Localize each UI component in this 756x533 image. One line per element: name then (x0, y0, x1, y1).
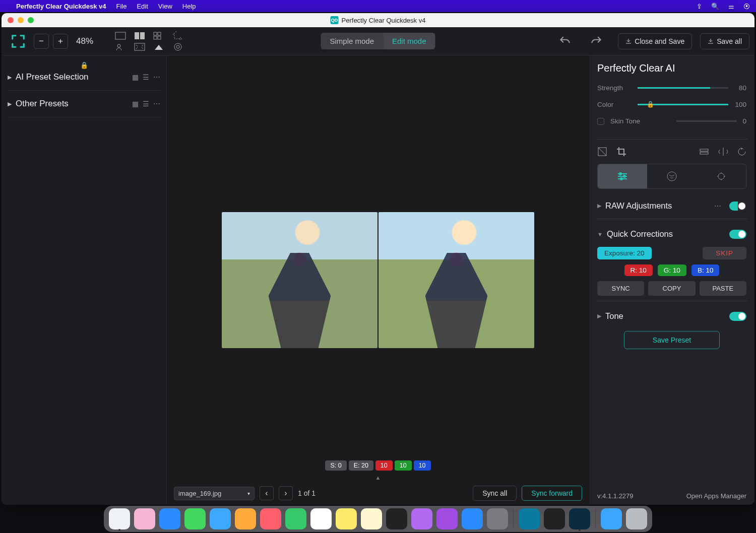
dock-app-4[interactable] (210, 508, 231, 529)
ai-preset-section[interactable]: ▶ AI Preset Selection ▦☰⋯ (6, 69, 162, 85)
dock-app-18[interactable] (569, 508, 590, 529)
dock-app-11[interactable] (386, 508, 407, 529)
simple-mode-tab[interactable]: Simple mode (321, 33, 383, 49)
sync-forward-button[interactable]: Sync forward (522, 486, 582, 501)
zoom-out-button[interactable]: − (34, 34, 49, 49)
undo-icon[interactable] (558, 35, 572, 48)
dock-app-9[interactable] (336, 508, 357, 529)
redo-icon[interactable] (590, 35, 603, 48)
quick-corrections-section[interactable]: ▼ Quick Corrections (597, 226, 746, 242)
skintone-checkbox[interactable] (597, 118, 604, 125)
search-icon[interactable]: 🔍 (711, 3, 719, 10)
dock-app-3[interactable] (184, 508, 206, 529)
menu-help[interactable]: Help (182, 3, 196, 10)
scope-icon[interactable] (172, 42, 184, 51)
save-all-button[interactable]: Save all (700, 33, 749, 49)
filename-dropdown[interactable]: image_169.jpg▾ (174, 487, 255, 500)
r-pill[interactable]: R: 10 (624, 264, 653, 276)
sync-button[interactable]: SYNC (597, 281, 644, 296)
prev-page-button[interactable]: ‹ (260, 486, 274, 500)
badge-r: 10 (375, 460, 393, 471)
power-icon[interactable]: ⦿ (743, 3, 750, 10)
dock-app-12[interactable] (411, 508, 432, 529)
color-slider[interactable]: Color 🔒 100 (597, 101, 746, 108)
single-view-icon[interactable] (114, 31, 127, 40)
dock-app-10[interactable] (361, 508, 382, 529)
g-pill[interactable]: G: 10 (658, 264, 686, 276)
open-apps-manager-link[interactable]: Open Apps Manager (686, 492, 746, 500)
sync-all-button[interactable]: Sync all (473, 486, 517, 501)
grid-view-icon[interactable] (153, 31, 165, 40)
list-icon[interactable]: ☰ (143, 100, 149, 108)
dock-app-15[interactable] (487, 508, 508, 529)
skip-pill[interactable]: SKIP (703, 247, 746, 259)
dock-app-13[interactable] (436, 508, 458, 529)
portrait-tab[interactable] (647, 164, 697, 188)
copy-button[interactable]: COPY (648, 281, 695, 296)
tone-toggle[interactable] (729, 312, 746, 321)
grid-small-icon[interactable]: ▦ (132, 73, 139, 81)
qc-toggle[interactable] (729, 230, 746, 239)
menu-view[interactable]: View (158, 3, 172, 10)
dock-app-19[interactable] (601, 508, 622, 529)
menu-edit[interactable]: Edit (137, 3, 148, 10)
menubar-appname[interactable]: Perfectly Clear Quickdesk v4 (16, 3, 106, 10)
paste-button[interactable]: PASTE (700, 281, 746, 296)
exposure-pill[interactable]: Exposure: 20 (597, 247, 652, 259)
frame-icon[interactable] (11, 34, 26, 49)
straighten-icon[interactable] (699, 148, 709, 156)
minimize-icon[interactable] (18, 17, 24, 23)
flip-icon[interactable] (718, 147, 728, 156)
skintone-row[interactable]: Skin Tone 0 (597, 117, 746, 125)
svg-point-15 (623, 175, 625, 177)
grid-small-icon[interactable]: ▦ (132, 100, 139, 108)
dock-app-17[interactable] (544, 508, 565, 529)
preview-image[interactable] (222, 212, 534, 348)
raw-section[interactable]: ▶ RAW Adjustments ⋯ (597, 198, 746, 214)
raw-toggle[interactable] (729, 202, 746, 211)
close-icon[interactable] (8, 17, 14, 23)
b-pill[interactable]: B: 10 (691, 264, 720, 276)
tone-section[interactable]: ▶ Tone (597, 308, 746, 324)
dock-app-0[interactable] (109, 508, 130, 529)
control-center-icon[interactable]: ⚌ (728, 3, 734, 10)
next-page-button[interactable]: › (279, 486, 293, 500)
strength-slider[interactable]: Strength 80 (597, 84, 746, 92)
lock-icon: 🔒 (6, 61, 162, 69)
preview-before (222, 212, 377, 348)
upload-icon[interactable]: ⇪ (697, 3, 702, 10)
crop-view-icon[interactable] (172, 31, 184, 40)
dock-app-5[interactable] (235, 508, 256, 529)
save-preset-button[interactable]: Save Preset (624, 331, 720, 349)
edit-mode-tab[interactable]: Edit mode (383, 33, 435, 49)
dock-app-2[interactable] (159, 508, 180, 529)
crop-icon[interactable] (616, 147, 626, 157)
fit-view-icon[interactable] (134, 42, 146, 51)
dock-app-6[interactable] (260, 508, 281, 529)
histogram-icon[interactable] (153, 42, 165, 51)
compare-icon[interactable] (597, 147, 607, 157)
expand-up-icon[interactable]: ▲ (375, 475, 381, 481)
more-icon[interactable]: ⋯ (714, 202, 721, 210)
dock-app-14[interactable] (462, 508, 483, 529)
rotate-icon[interactable] (737, 147, 746, 156)
dock-app-16[interactable] (519, 508, 540, 529)
more-icon[interactable]: ⋯ (153, 73, 160, 81)
skintone-label: Skin Tone (610, 117, 670, 125)
zoom-in-button[interactable]: + (53, 34, 68, 49)
finishing-tab[interactable] (697, 164, 746, 188)
preview-after (379, 212, 534, 348)
dock-app-8[interactable] (310, 508, 332, 529)
other-presets-section[interactable]: ▶ Other Presets ▦☰⋯ (6, 96, 162, 112)
list-icon[interactable]: ☰ (143, 73, 149, 81)
split-view-icon[interactable] (134, 31, 146, 40)
face-view-icon[interactable] (114, 42, 127, 51)
close-and-save-button[interactable]: Close and Save (618, 33, 692, 49)
menu-file[interactable]: File (116, 3, 127, 10)
dock-app-7[interactable] (285, 508, 306, 529)
more-icon[interactable]: ⋯ (153, 100, 160, 108)
fullscreen-icon[interactable] (28, 17, 34, 23)
dock-app-1[interactable] (134, 508, 155, 529)
dock-app-20[interactable] (626, 508, 647, 529)
adjustments-tab[interactable] (598, 164, 647, 188)
